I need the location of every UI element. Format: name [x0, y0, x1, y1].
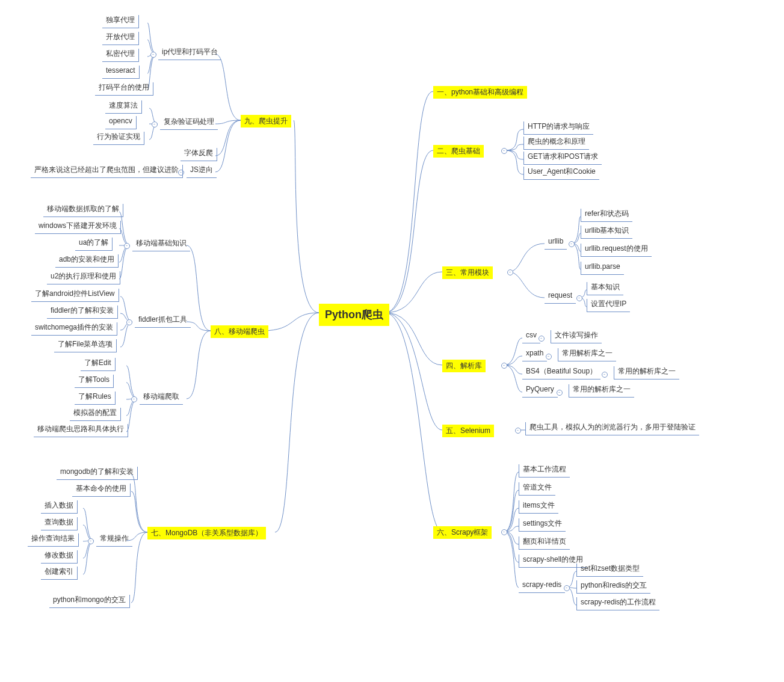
leaf[interactable]: python和mongo的交互	[49, 595, 130, 608]
toggle-icon[interactable]	[576, 295, 582, 301]
leaf[interactable]: 了解Edit	[81, 358, 116, 371]
node-l7[interactable]: 七、MongoDB（非关系型数据库）	[147, 527, 266, 539]
leaf[interactable]: 开放代理	[102, 32, 139, 45]
leaf[interactable]: 了解Tools	[75, 375, 114, 388]
leaf[interactable]: 独享代理	[102, 15, 139, 28]
leaf[interactable]: 爬虫的概念和原理	[523, 137, 589, 150]
node-l7ops[interactable]: 常规操作	[96, 533, 132, 547]
leaf[interactable]: HTTP的请求与响应	[523, 121, 593, 135]
leaf[interactable]: scrapy-redis的工作流程	[576, 597, 659, 610]
leaf[interactable]: 了解android控件ListView	[31, 289, 119, 302]
mindmap: Python爬虫 一、python基础和高级编程 二、爬虫基础 HTTP的请求与…	[0, 0, 784, 682]
toggle-icon[interactable]	[546, 354, 552, 360]
toggle-icon[interactable]	[507, 269, 513, 275]
leaf[interactable]: 严格来说这已经超出了爬虫范围，但建议进阶	[31, 165, 183, 178]
toggle-icon[interactable]	[515, 428, 521, 434]
toggle-icon[interactable]	[88, 538, 94, 544]
node-request[interactable]: request	[545, 290, 576, 304]
leaf[interactable]: 查询数据	[41, 517, 78, 530]
toggle-icon[interactable]	[131, 396, 137, 402]
node-r2[interactable]: 二、爬虫基础	[433, 145, 484, 158]
toggle-icon[interactable]	[539, 336, 545, 342]
leaf[interactable]: xpath	[522, 348, 547, 361]
leaf[interactable]: windows下搭建开发环境	[35, 221, 121, 234]
leaf[interactable]: 创建索引	[41, 567, 78, 580]
leaf[interactable]: 基本命令的使用	[72, 484, 131, 497]
leaf[interactable]: csv	[522, 330, 540, 343]
node-l9g1[interactable]: ip代理和打码平台	[158, 47, 221, 60]
leaf[interactable]: 插入数据	[41, 500, 78, 514]
leaf[interactable]: 打码平台的使用	[95, 82, 153, 96]
node-r3[interactable]: 三、常用模块	[442, 266, 493, 279]
node-l9g2[interactable]: 复杂验证码处理	[160, 117, 218, 130]
toggle-icon[interactable]	[126, 319, 132, 325]
leaf[interactable]: opencv	[105, 116, 137, 129]
leaf[interactable]: python和redis的交互	[576, 580, 650, 594]
leaf[interactable]: GET请求和POST请求	[523, 152, 602, 165]
leaf[interactable]: urllib基本知识	[581, 226, 632, 239]
leaf[interactable]: mongodb的了解和安装	[57, 467, 138, 480]
leaf[interactable]: u2的执行原理和使用	[47, 271, 120, 284]
toggle-icon[interactable]	[501, 529, 507, 535]
leaf[interactable]: fiddler的了解和安装	[47, 306, 118, 319]
leaf[interactable]: User_Agent和Cookie	[523, 167, 599, 180]
node-l8g1[interactable]: 移动端基础知识	[132, 238, 190, 251]
leaf[interactable]: switchomega插件的安装	[31, 322, 117, 336]
leaf[interactable]: ua的了解	[75, 238, 113, 251]
leaf[interactable]: 常用的解析库之一	[614, 366, 679, 379]
leaf[interactable]: 了解Rules	[75, 392, 116, 405]
leaf[interactable]: 字体反爬	[181, 148, 217, 161]
leaf[interactable]: 移动端数据抓取的了解	[43, 204, 123, 217]
leaf[interactable]: 管道文件	[519, 482, 555, 496]
leaf[interactable]: 翻页和详情页	[519, 536, 570, 550]
leaf[interactable]: settings文件	[519, 518, 566, 532]
node-l8g3[interactable]: 移动端爬取	[140, 392, 183, 405]
toggle-icon[interactable]	[152, 121, 158, 127]
toggle-icon[interactable]	[557, 390, 563, 396]
leaf[interactable]: PyQuery	[522, 384, 558, 398]
leaf[interactable]: tesseract	[102, 66, 140, 79]
toggle-icon[interactable]	[564, 585, 570, 591]
node-l8g2[interactable]: fiddler抓包工具	[135, 315, 191, 328]
node-r6[interactable]: 六、Scrapy框架	[433, 526, 492, 539]
node-r4[interactable]: 四、解析库	[442, 360, 486, 372]
leaf[interactable]: 常用解析库之一	[558, 348, 616, 361]
node-jsreverse[interactable]: JS逆向	[187, 165, 217, 178]
root-node[interactable]: Python爬虫	[319, 304, 389, 326]
leaf[interactable]: 基本知识	[587, 282, 623, 295]
leaf[interactable]: 常用的解析库之一	[569, 384, 634, 398]
leaf[interactable]: 基本工作流程	[519, 464, 570, 478]
leaf[interactable]: 设置代理IP	[587, 299, 630, 312]
node-urllib[interactable]: urllib	[545, 236, 567, 250]
leaf[interactable]: 模拟器的配置	[70, 408, 121, 421]
leaf[interactable]: adb的安装和使用	[55, 254, 119, 268]
toggle-icon[interactable]	[602, 372, 608, 378]
toggle-icon[interactable]	[124, 243, 130, 249]
leaf[interactable]: set和zset数据类型	[576, 564, 643, 577]
leaf[interactable]: 移动端爬虫思路和具体执行	[34, 424, 128, 437]
leaf[interactable]: 行为验证实现	[93, 132, 144, 145]
leaf[interactable]: 修改数据	[41, 550, 78, 564]
leaf[interactable]: 了解File菜单选项	[54, 339, 117, 352]
leaf[interactable]: BS4（Beatiful Soup）	[522, 366, 600, 379]
leaf[interactable]: items文件	[519, 500, 558, 514]
toggle-icon[interactable]	[150, 52, 156, 58]
node-scrapy-redis[interactable]: scrapy-redis	[519, 580, 565, 593]
leaf[interactable]: urllib.parse	[581, 262, 624, 275]
leaf[interactable]: 速度算法	[105, 100, 142, 114]
toggle-icon[interactable]	[501, 148, 507, 154]
leaf[interactable]: 私密代理	[102, 49, 139, 62]
node-l9[interactable]: 九、爬虫提升	[241, 115, 291, 127]
leaf[interactable]: 爬虫工具，模拟人为的浏览器行为，多用于登陆验证	[525, 422, 699, 435]
node-r1[interactable]: 一、python基础和高级编程	[433, 86, 527, 99]
toggle-icon[interactable]	[501, 363, 507, 369]
leaf[interactable]: urllib.request的使用	[581, 244, 652, 257]
leaf[interactable]: 操作查询结果	[28, 533, 79, 547]
toggle-icon[interactable]	[569, 241, 575, 247]
node-r5[interactable]: 五、Selenium	[442, 425, 494, 437]
leaf[interactable]: 文件读写操作	[551, 330, 602, 343]
leaf[interactable]: refer和状态码	[581, 209, 632, 222]
node-l8[interactable]: 八、移动端爬虫	[211, 325, 268, 338]
